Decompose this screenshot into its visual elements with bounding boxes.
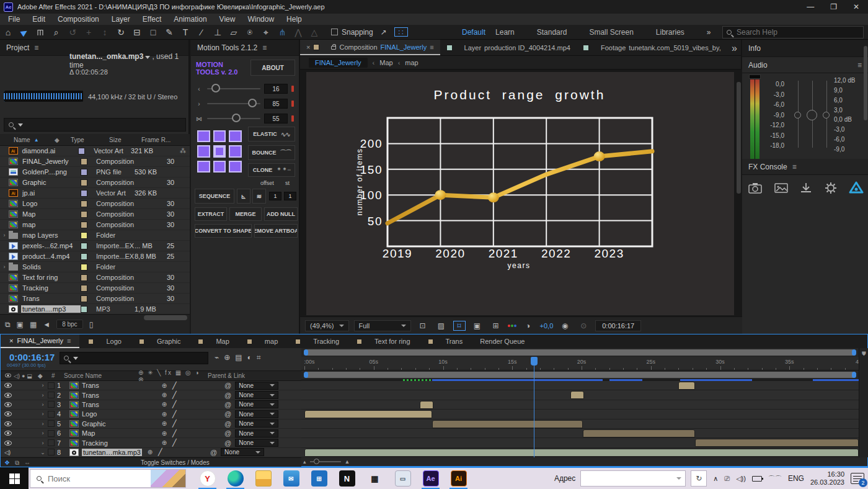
composition-viewer[interactable]: Product range growth20015010050201920202… — [300, 70, 742, 316]
pan-camera-tool-icon[interactable]: + — [81, 25, 97, 39]
menu-item[interactable]: View — [214, 14, 241, 24]
label-swatch[interactable] — [81, 253, 87, 260]
panel-menu-icon[interactable]: ≡ — [857, 61, 862, 70]
pickwhip-icon[interactable]: @ — [224, 401, 231, 408]
item-name[interactable]: Tracking — [21, 284, 81, 292]
lock-column-icon[interactable]: ⬓ — [27, 373, 32, 379]
expand-icon[interactable]: › — [0, 232, 9, 238]
tray-clock[interactable]: 16:30 26.03.2023 — [810, 470, 844, 487]
timeline-search[interactable] — [60, 352, 208, 364]
parent-dropdown[interactable]: None — [235, 429, 278, 437]
tray-device-icon[interactable]: ⎚ — [724, 475, 730, 483]
snap-arrow-icon[interactable]: ↗ — [377, 28, 391, 37]
info-tab[interactable]: Info — [748, 44, 761, 53]
blend-modes-icon[interactable]: ❖ — [4, 459, 10, 466]
timeline-tab[interactable]: Graphic — [130, 334, 190, 348]
close-button[interactable]: ✕ — [853, 2, 859, 11]
parent-dropdown[interactable]: None — [235, 400, 278, 408]
label-swatch[interactable] — [81, 295, 87, 302]
time-ruler[interactable]: :00s05s10s15s20s25s30s35s40 — [301, 357, 859, 370]
pickwhip-icon[interactable]: @ — [224, 439, 231, 447]
layer-expand-icon[interactable]: › — [38, 440, 48, 446]
taskbar-search[interactable] — [30, 469, 186, 488]
column-name[interactable]: Name▲ — [0, 137, 55, 143]
layer-expand-icon[interactable]: › — [38, 402, 48, 408]
layer-quality-icon[interactable]: ╱ — [158, 448, 183, 456]
layer-shy-icon[interactable]: ⊕ — [156, 392, 172, 398]
parent-dropdown[interactable]: None — [235, 391, 278, 399]
layer-quality-icon[interactable]: ╱ — [172, 439, 197, 447]
slider-track[interactable] — [207, 118, 260, 119]
remote[interactable]: ▭ — [389, 467, 417, 489]
solo-column-icon[interactable]: ● — [22, 373, 25, 379]
tray-language[interactable]: ENG — [788, 474, 804, 483]
workspace-tab[interactable]: Learn — [489, 28, 531, 37]
tray-wifi-icon[interactable]: ⌒⌒ — [768, 474, 782, 483]
slider-knob[interactable] — [248, 99, 257, 107]
layer-duration-bar[interactable] — [583, 429, 695, 437]
layer-label-swatch[interactable] — [48, 430, 55, 437]
layer-duration-bar[interactable] — [695, 439, 859, 447]
label-swatch[interactable] — [81, 190, 87, 197]
menu-item[interactable]: Help — [281, 14, 308, 24]
parent-dropdown[interactable]: None — [235, 419, 278, 428]
pen-tool-icon[interactable]: ✎ — [161, 25, 177, 39]
store[interactable]: ⊞ — [305, 467, 333, 489]
ae[interactable]: Ae — [417, 467, 445, 489]
project-item-row[interactable]: jp.ai Vector Art 326 KB — [0, 188, 190, 199]
fader-knob[interactable] — [794, 112, 801, 119]
item-name[interactable]: Logo — [21, 200, 81, 207]
item-name[interactable]: product...4.mp4 — [21, 253, 81, 260]
project-item-row[interactable]: GoldenP....png PNG file 530 KB — [0, 167, 190, 177]
lock-icon[interactable] — [331, 46, 336, 50]
menu-item[interactable]: Layer — [106, 14, 136, 24]
column-frame-rate[interactable]: Frame R... — [141, 137, 175, 143]
breadcrumb-item[interactable]: Map — [379, 59, 392, 66]
layer-shy-icon[interactable]: ⊕ — [156, 382, 172, 389]
project-bit-depth[interactable]: 8 bpc — [56, 320, 82, 329]
project-item-row[interactable]: Text for ring Composition 30 — [0, 272, 190, 283]
workspace-tab[interactable]: Standard — [531, 28, 583, 37]
calculator[interactable]: ▦ — [361, 467, 389, 489]
zoom-knob[interactable] — [314, 459, 319, 464]
notification-center-icon[interactable]: 2 — [851, 473, 864, 484]
gear-icon[interactable] — [825, 182, 837, 194]
item-name[interactable]: Text for ring — [21, 274, 81, 281]
audio-fader-left[interactable] — [798, 81, 799, 148]
project-item-row[interactable]: Logo Composition 30 — [0, 199, 190, 209]
label-swatch[interactable] — [78, 148, 85, 155]
anchor-cell[interactable] — [229, 161, 242, 173]
viewer-timecode[interactable]: 0:00:16:17 — [595, 320, 641, 331]
number-column[interactable]: # — [51, 372, 64, 379]
pickwhip-icon[interactable]: @ — [224, 392, 231, 399]
label-swatch[interactable] — [81, 264, 87, 271]
current-timecode[interactable]: 0:00:16:17 — [9, 352, 55, 362]
layer-name[interactable]: Map — [82, 429, 156, 437]
motion-tools-tab[interactable]: Motion Tools 2.1.2 — [197, 43, 257, 52]
anchor-cell[interactable] — [229, 145, 242, 157]
camera-icon[interactable] — [748, 182, 762, 194]
layer-shy-icon[interactable]: ⊕ — [156, 401, 172, 408]
explorer[interactable] — [249, 467, 277, 489]
layer-expand-icon[interactable]: › — [38, 421, 48, 427]
viewer-tab[interactable]: Footage tunetank.com_5019_vibes_by, — [577, 40, 727, 55]
slider-track[interactable] — [207, 88, 260, 89]
mask-visibility-icon[interactable]: ⌑ — [453, 321, 466, 331]
menu-item[interactable]: Animation — [168, 14, 212, 24]
channel-icon[interactable] — [508, 325, 516, 327]
workspace-overflow-icon[interactable]: » — [707, 28, 711, 37]
menu-item[interactable]: Window — [242, 14, 280, 24]
anchor-cell[interactable] — [197, 161, 210, 173]
parent-dropdown[interactable]: None — [235, 439, 278, 447]
layer-row[interactable]: › 2 Trans ⊕ ╱ @ None — [1, 390, 301, 400]
audio-fader-right[interactable] — [826, 81, 827, 148]
slider-knob[interactable] — [211, 84, 220, 92]
gallery-icon[interactable] — [774, 182, 788, 194]
fader-knob[interactable] — [807, 110, 817, 120]
layer-quality-icon[interactable]: ╱ — [172, 429, 197, 437]
layer-duration-bar[interactable] — [304, 449, 859, 457]
layer-label-swatch[interactable] — [48, 382, 55, 389]
item-name[interactable]: FINAL_Jewerly — [21, 158, 81, 165]
tab-overflow-icon[interactable]: » — [732, 43, 737, 54]
label-swatch[interactable] — [81, 158, 87, 165]
